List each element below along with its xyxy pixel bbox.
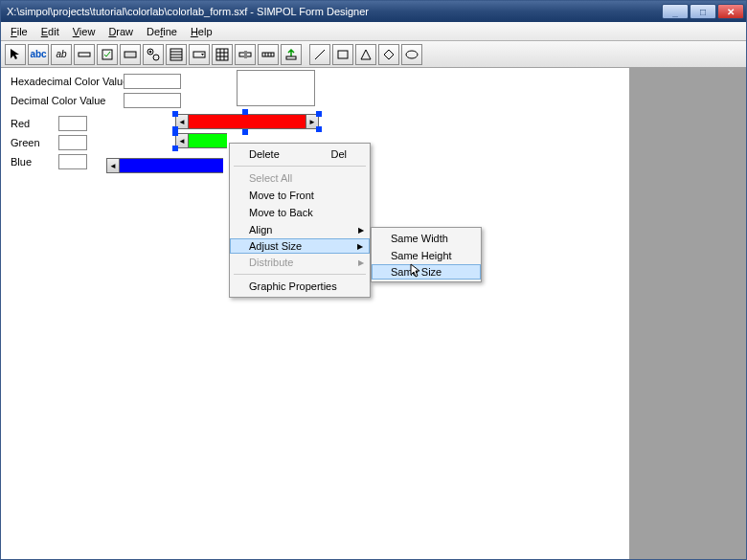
label-red: Red: [11, 118, 30, 129]
svg-rect-24: [338, 51, 348, 58]
menu-draw[interactable]: Draw: [102, 24, 139, 39]
tool-combobox[interactable]: [189, 44, 210, 65]
menu-edit[interactable]: Edit: [35, 24, 65, 39]
scroller-red[interactable]: ◄ ►: [175, 114, 319, 129]
label-hex: Hexadecimal Color Value: [11, 76, 128, 87]
minimize-button[interactable]: _: [662, 4, 689, 19]
menu-view[interactable]: View: [67, 24, 102, 39]
svg-point-5: [149, 50, 152, 53]
tool-slider-h[interactable]: [235, 44, 256, 65]
selection-handle[interactable]: [242, 109, 248, 115]
tool-listbox[interactable]: [166, 44, 187, 65]
submenu-arrow-icon: ▶: [357, 242, 363, 251]
svg-line-23: [315, 50, 325, 59]
tool-triangle[interactable]: [355, 44, 376, 65]
tool-image[interactable]: [281, 44, 302, 65]
ctx-graphicprops[interactable]: Graphic Properties: [230, 278, 370, 295]
tool-checkbox[interactable]: [97, 44, 118, 65]
window-buttons: _ □ ✕: [662, 4, 744, 19]
svg-point-4: [153, 55, 159, 60]
scroll-track-red[interactable]: [189, 114, 306, 129]
ctx-movefront[interactable]: Move to Front: [230, 187, 370, 204]
main-window: X:\simpol\projects\tutorial\colorlab\col…: [0, 0, 747, 560]
selection-handle[interactable]: [172, 146, 178, 151]
label-green: Green: [11, 137, 40, 148]
toolbar: abc ab: [1, 41, 746, 68]
scroll-track-blue[interactable]: [120, 158, 223, 173]
label-blue: Blue: [11, 156, 32, 168]
svg-rect-11: [216, 49, 228, 60]
ctx-moveback[interactable]: Move to Back: [230, 204, 370, 221]
svg-rect-22: [286, 56, 296, 59]
selection-handle[interactable]: [316, 111, 322, 117]
scroll-left-icon[interactable]: ◄: [106, 158, 120, 173]
ctx-delete-label: Delete: [249, 148, 280, 160]
close-button[interactable]: ✕: [717, 4, 744, 19]
input-blue[interactable]: [58, 154, 87, 169]
menu-file[interactable]: Filedocument.currentScript.previousEleme…: [5, 24, 34, 39]
scroll-track-green[interactable]: [189, 133, 227, 148]
menu-help[interactable]: Help: [185, 24, 218, 39]
selection-handle[interactable]: [172, 130, 178, 136]
menu-define[interactable]: Define: [141, 24, 183, 39]
menu-separator: [234, 166, 366, 167]
input-hex[interactable]: [124, 74, 181, 89]
tool-label[interactable]: ab: [51, 44, 72, 65]
ctx-distribute: Distribute▶: [230, 254, 370, 271]
scroller-blue[interactable]: ◄: [106, 158, 223, 173]
input-red[interactable]: [58, 116, 87, 131]
submenu-adjustsize: Same Width Same Height Same Size: [371, 227, 482, 282]
color-preview[interactable]: [237, 70, 315, 106]
tool-grid[interactable]: [212, 44, 233, 65]
svg-rect-17: [244, 51, 247, 58]
svg-rect-2: [124, 52, 136, 57]
tool-button[interactable]: [120, 44, 141, 65]
submenu-arrow-icon: ▶: [358, 258, 364, 267]
maximize-button[interactable]: □: [690, 4, 716, 19]
tool-text[interactable]: abc: [28, 44, 49, 65]
input-green[interactable]: [58, 135, 87, 150]
svg-rect-0: [79, 53, 90, 56]
window-title: X:\simpol\projects\tutorial\colorlab\col…: [7, 6, 662, 17]
tool-rect[interactable]: [332, 44, 353, 65]
tool-radio[interactable]: [143, 44, 164, 65]
sub-samewidth[interactable]: Same Width: [372, 230, 481, 247]
ctx-delete[interactable]: Delete Del: [230, 146, 370, 163]
selection-handle[interactable]: [172, 111, 178, 117]
ctx-align[interactable]: Align▶: [230, 221, 370, 238]
sub-samesize[interactable]: Same Size: [372, 264, 481, 280]
tool-diamond[interactable]: [378, 44, 399, 65]
side-panel: [629, 68, 746, 559]
sub-sameheight[interactable]: Same Height: [372, 247, 481, 264]
client-area: Hexadecimal Color Value Decimal Color Va…: [1, 68, 746, 559]
selection-handle[interactable]: [242, 129, 248, 135]
tool-singleline[interactable]: [74, 44, 95, 65]
ctx-selectall: Select All: [230, 169, 370, 187]
submenu-arrow-icon: ▶: [358, 226, 364, 235]
scroller-green[interactable]: ◄: [175, 133, 227, 148]
ctx-delete-shortcut: Del: [330, 148, 347, 160]
toolbar-separator: [304, 44, 307, 65]
ctx-adjustsize[interactable]: Adjust Size▶: [230, 238, 370, 254]
label-dec: Decimal Color Value: [11, 95, 105, 106]
titlebar: X:\simpol\projects\tutorial\colorlab\col…: [1, 1, 746, 22]
menubar: Filedocument.currentScript.previousEleme…: [1, 22, 746, 41]
selection-handle[interactable]: [316, 126, 322, 132]
tool-slider-v[interactable]: [258, 44, 279, 65]
tool-line[interactable]: [309, 44, 330, 65]
menu-separator: [234, 274, 366, 275]
svg-point-25: [406, 51, 418, 58]
tool-pointer[interactable]: [5, 44, 26, 65]
form-canvas[interactable]: Hexadecimal Color Value Decimal Color Va…: [1, 68, 629, 559]
tool-ellipse[interactable]: [401, 44, 422, 65]
input-dec[interactable]: [124, 93, 181, 108]
context-menu: Delete Del Select All Move to Front Move…: [229, 143, 371, 298]
